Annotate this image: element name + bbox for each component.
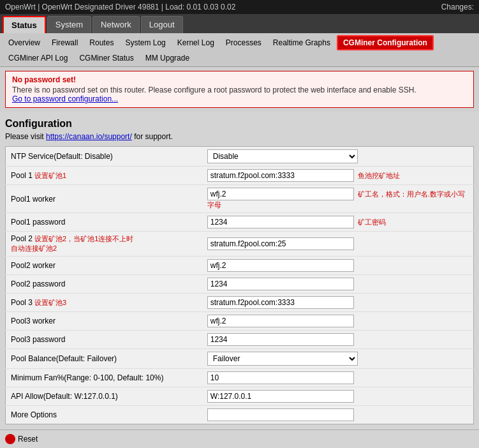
sub-tab-processes[interactable]: Processes <box>221 36 267 49</box>
config-value-6[interactable] <box>202 275 474 294</box>
config-row-9: Pool3 password <box>6 331 474 349</box>
config-row-2: Pool1 worker矿工名，格式：用户名.数字或小写字母 <box>6 185 474 213</box>
config-select-10[interactable]: FailoverRound RobinLoad Balance <box>207 352 358 366</box>
config-label-7: Pool 3 设置矿池3 <box>6 294 202 312</box>
config-label-10: Pool Balance(Default: Failover) <box>6 349 202 369</box>
support-link[interactable]: https://canaan.io/support/ <box>46 132 132 141</box>
config-row-0: NTP Service(Default: Disable)DisableEnab… <box>6 147 474 167</box>
main-nav: Status System Network Logout <box>0 14 479 33</box>
top-bar-title: OpenWrt | OpenWrt Designated Driver 4988… <box>5 3 235 11</box>
config-label-3: Pool1 password <box>6 213 202 232</box>
config-value-9[interactable] <box>202 331 474 349</box>
config-label-9: Pool3 password <box>6 331 202 349</box>
warning-box: No password set! There is no password se… <box>5 71 474 108</box>
sub-tab-firewall[interactable]: Firewall <box>47 36 83 49</box>
config-value-2[interactable]: 矿工名，格式：用户名.数字或小写字母 <box>202 185 474 213</box>
reset-button[interactable]: Reset <box>5 434 38 444</box>
config-label-8: Pool3 worker <box>6 312 202 331</box>
config-input-2[interactable] <box>207 188 354 200</box>
nav-tab-network[interactable]: Network <box>92 16 140 33</box>
sub-tab-cgminer-api-log[interactable]: CGMiner API Log <box>3 52 73 64</box>
config-value-8[interactable] <box>202 312 474 331</box>
config-value-7[interactable] <box>202 294 474 312</box>
config-row-1: Pool 1 设置矿池1鱼池挖矿地址 <box>6 167 474 185</box>
sub-nav: Overview Firewall Routes System Log Kern… <box>0 33 479 67</box>
nav-tab-status[interactable]: Status <box>3 16 46 33</box>
config-row-10: Pool Balance(Default: Failover)FailoverR… <box>6 349 474 369</box>
support-text: Please visit https://canaan.io/support/ … <box>5 132 474 141</box>
config-value-12[interactable] <box>202 387 474 406</box>
config-row-13: More Options <box>6 406 474 424</box>
config-value-0[interactable]: DisableEnable <box>202 147 474 167</box>
nav-tab-logout[interactable]: Logout <box>141 16 183 33</box>
config-value-10[interactable]: FailoverRound RobinLoad Balance <box>202 349 474 369</box>
config-row-11: Minimum Fan%(Range: 0-100, Default: 10%) <box>6 369 474 387</box>
config-input-1[interactable] <box>207 169 354 182</box>
sub-tab-cgminer-config[interactable]: CGMiner Configuration <box>337 35 434 50</box>
config-row-4: Pool 2 设置矿池2，当矿池1连接不上时 自动连接矿池2 <box>6 232 474 257</box>
config-row-12: API Allow(Default: W:127.0.0.1) <box>6 387 474 406</box>
footer-bar: Reset <box>0 429 479 448</box>
reset-label: Reset <box>18 435 38 444</box>
config-input-7[interactable] <box>207 296 354 309</box>
config-input-5[interactable] <box>207 259 354 272</box>
config-input-13[interactable] <box>207 408 354 421</box>
config-value-3[interactable]: 矿工密码 <box>202 213 474 232</box>
warning-title: No password set! <box>12 75 467 84</box>
config-label-5: Pool2 worker <box>6 257 202 275</box>
config-input-8[interactable] <box>207 315 354 327</box>
config-input-9[interactable] <box>207 333 354 346</box>
sub-tab-kernel-log[interactable]: Kernel Log <box>172 36 219 49</box>
sub-tab-system-log[interactable]: System Log <box>120 36 170 49</box>
config-row-5: Pool2 worker <box>6 257 474 275</box>
sub-tab-realtime-graphs[interactable]: Realtime Graphs <box>268 36 335 49</box>
config-label-13: More Options <box>6 406 202 424</box>
config-label-0: NTP Service(Default: Disable) <box>6 147 202 167</box>
config-row-6: Pool2 password <box>6 275 474 294</box>
config-input-12[interactable] <box>207 390 354 403</box>
config-row-7: Pool 3 设置矿池3 <box>6 294 474 312</box>
password-config-link[interactable]: Go to password configuration... <box>12 94 118 103</box>
top-bar-changes: Changes: <box>441 3 474 11</box>
config-label-2: Pool1 worker <box>6 185 202 213</box>
sub-tab-routes[interactable]: Routes <box>84 36 119 49</box>
config-input-6[interactable] <box>207 278 354 290</box>
config-value-5[interactable] <box>202 257 474 275</box>
config-value-4[interactable] <box>202 232 474 257</box>
config-input-4[interactable] <box>207 237 354 250</box>
config-label-4: Pool 2 设置矿池2，当矿池1连接不上时 自动连接矿池2 <box>6 232 202 257</box>
config-label-11: Minimum Fan%(Range: 0-100, Default: 10%) <box>6 369 202 387</box>
config-label-1: Pool 1 设置矿池1 <box>6 167 202 185</box>
config-value-11[interactable] <box>202 369 474 387</box>
top-bar: OpenWrt | OpenWrt Designated Driver 4988… <box>0 0 479 14</box>
config-label-6: Pool2 password <box>6 275 202 294</box>
sub-tab-overview[interactable]: Overview <box>3 36 45 49</box>
content-area: Configuration Please visit https://canaa… <box>0 112 479 429</box>
config-label-12: API Allow(Default: W:127.0.0.1) <box>6 387 202 406</box>
section-title: Configuration <box>5 118 474 130</box>
sub-tab-cgminer-status[interactable]: CGMiner Status <box>74 52 138 64</box>
config-value-1[interactable]: 鱼池挖矿地址 <box>202 167 474 185</box>
reset-icon <box>5 434 15 444</box>
config-row-3: Pool1 password矿工密码 <box>6 213 474 232</box>
config-table: NTP Service(Default: Disable)DisableEnab… <box>5 146 474 424</box>
nav-tab-system[interactable]: System <box>47 16 91 33</box>
config-select-0[interactable]: DisableEnable <box>207 149 358 163</box>
config-input-11[interactable] <box>207 371 354 384</box>
config-row-8: Pool3 worker <box>6 312 474 331</box>
config-input-3[interactable] <box>207 216 354 228</box>
sub-tab-mm-upgrade[interactable]: MM Upgrade <box>140 52 195 64</box>
config-value-13[interactable] <box>202 406 474 424</box>
warning-text: There is no password set on this router.… <box>12 86 467 103</box>
